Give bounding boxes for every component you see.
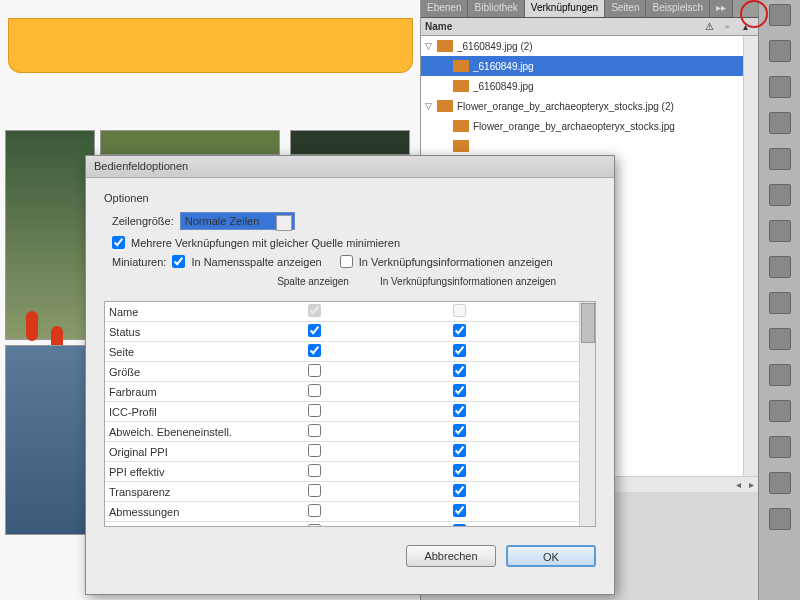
show-info-checkbox[interactable] xyxy=(453,504,466,517)
link-thumbnail-icon xyxy=(453,140,469,152)
thumbs-name-checkbox[interactable] xyxy=(172,255,185,268)
warning-icon[interactable]: ⚠ xyxy=(700,21,718,32)
options-scrollbar[interactable] xyxy=(579,302,595,526)
link-row[interactable]: _6160849.jpg3 xyxy=(421,56,758,76)
dock-icon-stroke[interactable] xyxy=(769,76,791,98)
option-label: Größe xyxy=(109,366,259,378)
dock-icon-fx[interactable] xyxy=(769,184,791,206)
tab-verknuepfungen[interactable]: Verknüpfungen xyxy=(525,0,605,17)
tab-bibliothek[interactable]: Bibliothek xyxy=(468,0,524,17)
show-info-checkbox[interactable] xyxy=(453,524,466,526)
link-thumbnail-icon xyxy=(453,80,469,92)
show-column-checkbox[interactable] xyxy=(308,524,321,526)
show-info-checkbox[interactable] xyxy=(453,424,466,437)
option-label: Original PPI xyxy=(109,446,259,458)
link-row[interactable]: ▽_6160849.jpg (2) xyxy=(421,36,758,56)
tree-toggle-icon[interactable]: ▽ xyxy=(425,41,437,51)
show-column-checkbox[interactable] xyxy=(308,364,321,377)
show-column-checkbox[interactable] xyxy=(308,484,321,497)
option-row: Abweich. Ebeneneinstell. xyxy=(105,422,595,442)
dock-icon-layers[interactable] xyxy=(769,400,791,422)
dock-icon-library[interactable] xyxy=(769,112,791,134)
show-info-checkbox[interactable] xyxy=(453,464,466,477)
link-thumbnail-icon xyxy=(453,60,469,72)
placed-image-4[interactable] xyxy=(5,345,95,535)
show-info-checkbox[interactable] xyxy=(453,364,466,377)
placed-image-3[interactable] xyxy=(290,130,410,155)
show-info-checkbox[interactable] xyxy=(453,324,466,337)
dock-icon-info[interactable] xyxy=(769,436,791,458)
opt-header-empty xyxy=(108,276,258,287)
option-row: ICC-Profil xyxy=(105,402,595,422)
column-name[interactable]: Name xyxy=(425,21,700,32)
dock-icon-align[interactable] xyxy=(769,256,791,278)
dock-icon-pathfind[interactable] xyxy=(769,292,791,314)
page-icon[interactable]: ▫ xyxy=(718,21,736,32)
option-row: Abmessungen xyxy=(105,502,595,522)
placed-image-2[interactable] xyxy=(100,130,280,155)
dock-icon-color[interactable] xyxy=(769,4,791,26)
dock-icon-pages[interactable] xyxy=(769,364,791,386)
option-label: Status xyxy=(109,326,259,338)
dock-icon-nav[interactable] xyxy=(769,472,791,494)
link-name: Flower_orange_by_archaeopteryx_stocks.jp… xyxy=(473,121,738,132)
show-column-checkbox[interactable] xyxy=(308,384,321,397)
show-info-checkbox[interactable] xyxy=(453,344,466,357)
option-row: Transparenz xyxy=(105,482,595,502)
ok-button[interactable]: OK xyxy=(506,545,596,567)
minimize-checkbox[interactable] xyxy=(112,236,125,249)
dock-strip xyxy=(758,0,800,600)
tab-ebenen[interactable]: Ebenen xyxy=(421,0,468,17)
tab-beispiel[interactable]: Beispielsch xyxy=(646,0,710,17)
option-label: Name xyxy=(109,306,259,318)
show-column-checkbox[interactable] xyxy=(308,424,321,437)
links-header: Name ⚠ ▫ ▴ xyxy=(421,18,758,36)
option-row: Skalieren xyxy=(105,522,595,526)
dock-icon-table[interactable] xyxy=(769,328,791,350)
link-row[interactable]: ▽Flower_orange_by_archaeopteryx_stocks.j… xyxy=(421,96,758,116)
thumbs-info-checkbox[interactable] xyxy=(340,255,353,268)
placed-image-1[interactable] xyxy=(5,130,95,340)
link-row[interactable]: Flower_orange_by_archaeopteryx_stocks.jp… xyxy=(421,116,758,136)
link-name: _6160849.jpg xyxy=(473,61,738,72)
option-row: Name xyxy=(105,302,595,322)
sort-icon[interactable]: ▴ xyxy=(736,21,754,32)
show-info-checkbox[interactable] xyxy=(453,404,466,417)
row-size-dropdown[interactable]: Normale Zeilen xyxy=(180,212,295,230)
show-info-checkbox[interactable] xyxy=(453,304,466,317)
show-info-checkbox[interactable] xyxy=(453,484,466,497)
tab-more[interactable]: ▸▸ xyxy=(710,0,733,17)
options-table: NameStatusSeiteGrößeFarbraumICC-ProfilAb… xyxy=(104,301,596,527)
show-column-checkbox[interactable] xyxy=(308,504,321,517)
link-row[interactable]: _6160849.jpg7 xyxy=(421,76,758,96)
link-thumbnail-icon xyxy=(437,100,453,112)
show-info-checkbox[interactable] xyxy=(453,384,466,397)
tree-toggle-icon[interactable]: ▽ xyxy=(425,101,437,111)
dock-icon-links[interactable] xyxy=(769,40,791,62)
panel-options-dialog: Bedienfeldoptionen Optionen Zeilengröße:… xyxy=(85,155,615,595)
option-row: Farbraum xyxy=(105,382,595,402)
show-column-checkbox[interactable] xyxy=(308,444,321,457)
link-name: _6160849.jpg xyxy=(473,81,738,92)
dock-icon-swatch[interactable] xyxy=(769,220,791,242)
tab-seiten[interactable]: Seiten xyxy=(605,0,646,17)
show-column-checkbox[interactable] xyxy=(308,344,321,357)
thumbs-info-label: In Verknüpfungsinformationen anzeigen xyxy=(359,256,553,268)
option-label: Abmessungen xyxy=(109,506,259,518)
show-column-checkbox[interactable] xyxy=(308,464,321,477)
link-row[interactable]: 3 xyxy=(421,136,758,156)
show-column-checkbox[interactable] xyxy=(308,404,321,417)
cancel-button[interactable]: Abbrechen xyxy=(406,545,496,567)
panel-tab-bar: Ebenen Bibliothek Verknüpfungen Seiten B… xyxy=(421,0,758,18)
orange-frame[interactable] xyxy=(8,18,413,73)
show-column-checkbox[interactable] xyxy=(308,324,321,337)
option-row: Original PPI xyxy=(105,442,595,462)
show-info-checkbox[interactable] xyxy=(453,444,466,457)
option-label: Farbraum xyxy=(109,386,259,398)
dock-icon-trash[interactable] xyxy=(769,508,791,530)
vertical-scrollbar[interactable] xyxy=(743,36,758,476)
options-label: Optionen xyxy=(104,192,596,204)
show-column-checkbox[interactable] xyxy=(308,304,321,317)
dock-icon-mb[interactable] xyxy=(769,148,791,170)
link-name: Flower_orange_by_archaeopteryx_stocks.jp… xyxy=(457,101,738,112)
